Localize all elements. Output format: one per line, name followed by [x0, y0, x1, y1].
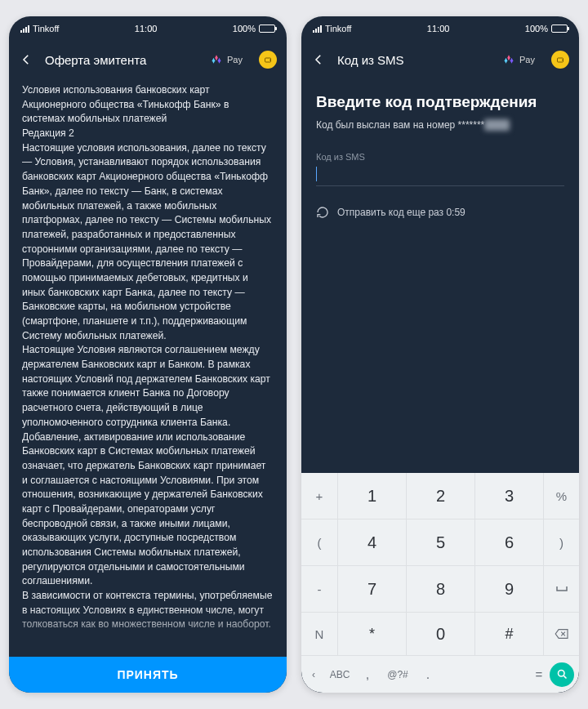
key-abc[interactable]: ABC	[323, 656, 357, 693]
terms-heading: Условия использования банковских карт Ак…	[22, 83, 274, 127]
key-star[interactable]: *	[337, 613, 406, 655]
key-plus[interactable]: +	[301, 473, 337, 519]
numeric-keyboard: + 1 2 3 % ( 4 5 6 ) - 7 8 9 N * 0 #	[301, 473, 579, 693]
pay-label: Pay	[227, 55, 243, 65]
app-bar: Оферта эмитента Pay	[9, 41, 287, 78]
terms-paragraph: Настоящие условия использования, далее п…	[22, 141, 274, 344]
appbar-title: Оферта эмитента	[45, 53, 199, 67]
status-bar: Tinkoff 11:00 100%	[9, 16, 287, 41]
pay-logo-icon	[211, 54, 222, 65]
key-7[interactable]: 7	[337, 566, 406, 612]
wallet-coin-icon[interactable]	[259, 51, 277, 69]
text-caret	[316, 167, 317, 181]
status-bar: Tinkoff 11:00 100%	[301, 16, 579, 41]
wallet-coin-icon[interactable]	[551, 51, 569, 69]
phone-blur: 0000	[484, 119, 510, 131]
key-paren-left[interactable]: (	[301, 519, 337, 565]
sms-content: Введите код подтверждения Код был выслан…	[301, 78, 579, 219]
accept-button[interactable]: ПРИНЯТЬ	[9, 657, 287, 693]
phone-right: Tinkoff 11:00 100% Код из SMS Pay Введит…	[301, 16, 579, 693]
carrier-label: Tinkoff	[33, 24, 59, 33]
key-equals[interactable]: =	[530, 656, 548, 693]
refresh-icon	[316, 206, 329, 219]
pay-label: Pay	[519, 55, 535, 65]
phone-left: Tinkoff 11:00 100% Оферта эмитента Pay У…	[9, 16, 287, 693]
sms-code-input[interactable]	[316, 163, 564, 186]
appbar-title: Код из SMS	[337, 53, 492, 67]
key-1[interactable]: 1	[337, 473, 406, 519]
key-6[interactable]: 6	[474, 519, 543, 565]
pay-badge[interactable]: Pay	[211, 54, 243, 65]
resend-label: Отправить код еще раз 0:59	[337, 207, 466, 218]
key-paren-right[interactable]: )	[543, 519, 579, 565]
keyboard-bottom-strip: ‹ ABC , @?# . =	[301, 655, 579, 693]
key-left-blank[interactable]: ‹	[306, 656, 321, 693]
backspace-icon	[554, 628, 570, 640]
key-2[interactable]: 2	[406, 473, 474, 519]
input-label: Код из SMS	[316, 152, 564, 162]
clock: 11:00	[135, 24, 158, 33]
terms-paragraph: В зависимости от контекста термины, упот…	[22, 589, 274, 632]
space-icon	[555, 585, 568, 593]
key-minus[interactable]: -	[301, 566, 337, 612]
svg-point-2	[558, 671, 564, 677]
key-space[interactable]	[543, 566, 579, 612]
key-symbols[interactable]: @?#	[378, 656, 417, 693]
terms-edition: Редакция 2	[22, 127, 274, 141]
search-icon	[556, 668, 568, 680]
key-percent[interactable]: %	[543, 473, 579, 519]
key-3[interactable]: 3	[474, 473, 543, 519]
search-fab[interactable]	[550, 662, 574, 687]
key-5[interactable]: 5	[406, 519, 474, 565]
resend-row[interactable]: Отправить код еще раз 0:59	[316, 206, 564, 219]
clock: 11:00	[427, 24, 450, 33]
terms-paragraph: Настоящие Условия являются соглашением м…	[22, 343, 274, 589]
key-8[interactable]: 8	[406, 566, 474, 612]
key-9[interactable]: 9	[474, 566, 543, 612]
key-0[interactable]: 0	[406, 613, 474, 655]
accept-label: ПРИНЯТЬ	[117, 668, 178, 681]
signal-icon	[313, 25, 322, 33]
back-button[interactable]	[311, 52, 326, 67]
key-hash[interactable]: #	[474, 613, 543, 655]
page-heading: Введите код подтверждения	[316, 93, 564, 111]
signal-icon	[20, 25, 29, 33]
battery-icon	[551, 25, 568, 33]
sent-prefix: Код был выслан вам на номер	[316, 119, 458, 131]
battery-icon	[259, 25, 275, 33]
key-n[interactable]: N	[301, 613, 337, 655]
back-button[interactable]	[19, 52, 33, 67]
key-comma[interactable]: ,	[359, 656, 376, 693]
terms-content[interactable]: Условия использования банковских карт Ак…	[9, 78, 287, 693]
pay-badge[interactable]: Pay	[503, 54, 535, 65]
app-bar: Код из SMS Pay	[301, 41, 579, 78]
battery-label: 100%	[233, 24, 256, 33]
pay-logo-icon	[503, 54, 514, 65]
key-dot[interactable]: .	[419, 656, 437, 693]
phone-mask: *******	[458, 119, 485, 131]
carrier-label: Tinkoff	[325, 24, 351, 33]
key-4[interactable]: 4	[337, 519, 406, 565]
key-backspace[interactable]	[543, 613, 579, 655]
sent-to-text: Код был выслан вам на номер *******0000	[316, 119, 564, 131]
battery-label: 100%	[525, 24, 548, 33]
